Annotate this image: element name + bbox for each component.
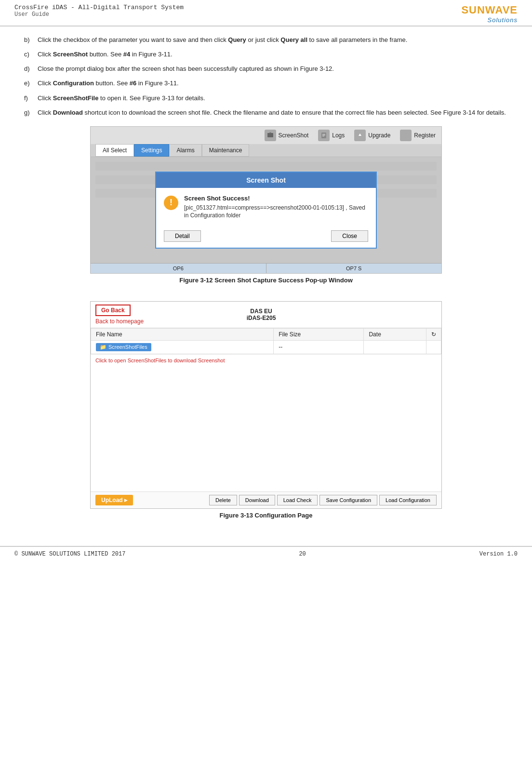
folder-icon: 📁 (100, 344, 106, 350)
upgrade-label: Upgrade (368, 132, 390, 139)
tab-settings[interactable]: Settings (134, 144, 169, 157)
svg-rect-4 (322, 135, 325, 135)
file-name-text: ScreenShotFiles (108, 344, 147, 350)
modal-title-bar: Screen Shot (156, 172, 376, 188)
device-name: DAS EU (247, 308, 276, 315)
refresh-icon[interactable]: ↻ (431, 331, 436, 338)
logo-block: SUNWAVE Solutions (461, 4, 518, 24)
register-btn[interactable]: Register (400, 130, 436, 141)
tab-all-select[interactable]: All Select (95, 144, 134, 157)
detail-button[interactable]: Detail (164, 230, 201, 242)
col-header-refresh: ↻ (426, 328, 441, 340)
header-title-top: CrossFire iDAS - All-Digital Transport S… (14, 4, 184, 11)
screenshot-312: ScreenShot Logs Upgrade (90, 126, 442, 274)
list-text-b: Click the checkbox of the parameter you … (38, 35, 508, 45)
modal-message: Screen Shot Success! [pic_051327.html==c… (184, 195, 368, 220)
list-label-e: e) (24, 79, 38, 88)
list-text-c: Click ScreenShot button. See #4 in Figur… (38, 50, 508, 59)
list-item-b: b) Click the checkbox of the parameter y… (24, 35, 508, 45)
col-header-date: Date (364, 328, 426, 340)
svg-rect-1 (269, 132, 271, 133)
list-text-e: Click Configuration button. See #6 in Fi… (38, 79, 508, 88)
config-header: Go Back Back to homepage DAS EU iDAS-E20… (91, 302, 441, 328)
list-item-d: d) Close the prompt dialog box after the… (24, 64, 508, 74)
screenshot-tabs: All Select Settings Alarms Maintenance (91, 144, 441, 157)
screenshotfiles-link[interactable]: 📁 ScreenShotFiles (96, 343, 151, 351)
list-text-f: Click ScreenShotFile to open it. See Fig… (38, 93, 508, 103)
list-item-g: g) Click Download shortcut icon to downl… (24, 108, 508, 118)
svg-rect-5 (322, 136, 324, 136)
logo-sunwave-text: SUNWAVE (461, 4, 518, 16)
date-cell (364, 340, 426, 354)
upload-button[interactable]: UpLoad ▸ (95, 495, 133, 505)
detail-text: [pic_051327.html==compress==>screenshot2… (184, 204, 368, 220)
figure-312-block: ScreenShot Logs Upgrade (24, 126, 508, 292)
svg-point-8 (404, 133, 407, 136)
config-footer: UpLoad ▸ Delete Download Load Check Save… (91, 491, 441, 508)
delete-button[interactable]: Delete (209, 495, 237, 505)
load-check-button[interactable]: Load Check (277, 495, 318, 505)
upgrade-btn[interactable]: Upgrade (354, 130, 390, 141)
list-item-c: c) Click ScreenShot button. See #4 in Fi… (24, 50, 508, 59)
warning-icon: ! (164, 196, 178, 210)
screenshot-body: Screen Shot ! Screen Shot Success! [pic_… (91, 157, 441, 263)
list-label-g: g) (24, 108, 38, 118)
screenshot-icon (265, 130, 276, 141)
modal-overlay: Screen Shot ! Screen Shot Success! [pic_… (91, 157, 441, 263)
refresh-cell (426, 340, 441, 354)
load-configuration-button[interactable]: Load Configuration (379, 495, 437, 505)
bottom-row: OP6 OP7 S (91, 263, 441, 273)
col-header-filename: File Name (91, 328, 274, 340)
col-op6: OP6 (91, 264, 266, 273)
config-action-buttons: Delete Download Load Check Save Configur… (209, 495, 437, 505)
list-text-g: Click Download shortcut icon to download… (38, 108, 508, 118)
list-label-b: b) (24, 35, 38, 45)
page-footer: © SUNWAVE SOLUTIONS LIMITED 2017 20 Vers… (0, 546, 532, 561)
save-configuration-button[interactable]: Save Configuration (319, 495, 377, 505)
logo-solutions: Solutions (461, 16, 518, 24)
list-item-f: f) Click ScreenShotFile to open it. See … (24, 93, 508, 103)
screenshot-label: ScreenShot (279, 132, 309, 139)
figure-312-caption: Figure 3-12 Screen Shot Capture Success … (179, 277, 353, 284)
header-title-bottom: User Guide (14, 11, 184, 18)
device-model: iDAS-E205 (247, 315, 276, 321)
go-back-button[interactable]: Go Back (95, 305, 131, 316)
device-info: DAS EU iDAS-E205 (247, 308, 276, 321)
footer-copyright: © SUNWAVE SOLUTIONS LIMITED 2017 (14, 551, 125, 557)
back-to-homepage[interactable]: Back to homepage (95, 318, 144, 325)
tab-alarms[interactable]: Alarms (169, 144, 201, 157)
screenshot-btn[interactable]: ScreenShot (265, 130, 309, 141)
list-item-e: e) Click Configuration button. See #6 in… (24, 79, 508, 88)
svg-rect-0 (267, 133, 273, 137)
col-op7: OP7 S (266, 264, 442, 273)
success-text: Screen Shot Success! (184, 195, 368, 202)
file-size-cell: -- (274, 340, 364, 354)
config-page: Go Back Back to homepage DAS EU iDAS-E20… (90, 301, 442, 509)
list-label-c: c) (24, 50, 38, 59)
close-button[interactable]: Close (331, 230, 368, 242)
config-spacer (91, 366, 441, 491)
main-content: b) Click the checkbox of the parameter y… (0, 27, 532, 536)
header-title-block: CrossFire iDAS - All-Digital Transport S… (14, 4, 184, 18)
config-header-left: Go Back Back to homepage (95, 305, 144, 325)
logs-icon (318, 130, 330, 141)
download-button[interactable]: Download (239, 495, 275, 505)
logs-label: Logs (332, 132, 345, 139)
list-text-d: Close the prompt dialog box after the sc… (38, 64, 508, 74)
upgrade-icon (354, 130, 366, 141)
footer-version: Version 1.0 (479, 551, 518, 557)
table-header-row: File Name File Size Date ↻ (91, 328, 441, 340)
list-label-d: d) (24, 64, 38, 74)
footer-page-number: 20 (299, 551, 306, 557)
screenshot-toolbar: ScreenShot Logs Upgrade (91, 127, 441, 144)
modal-body: ! Screen Shot Success! [pic_051327.html=… (156, 188, 376, 227)
logo-sunwave: SUNWAVE (461, 4, 518, 16)
register-icon (400, 130, 412, 141)
config-table: File Name File Size Date ↻ 📁 Screen (91, 328, 441, 354)
click-hint: Click to open ScreenShotFiles to downloa… (91, 354, 441, 366)
tab-maintenance[interactable]: Maintenance (202, 144, 250, 157)
modal-footer: Detail Close (156, 226, 376, 248)
logs-btn[interactable]: Logs (318, 130, 345, 141)
register-label: Register (414, 132, 436, 139)
col-header-filesize: File Size (274, 328, 364, 340)
